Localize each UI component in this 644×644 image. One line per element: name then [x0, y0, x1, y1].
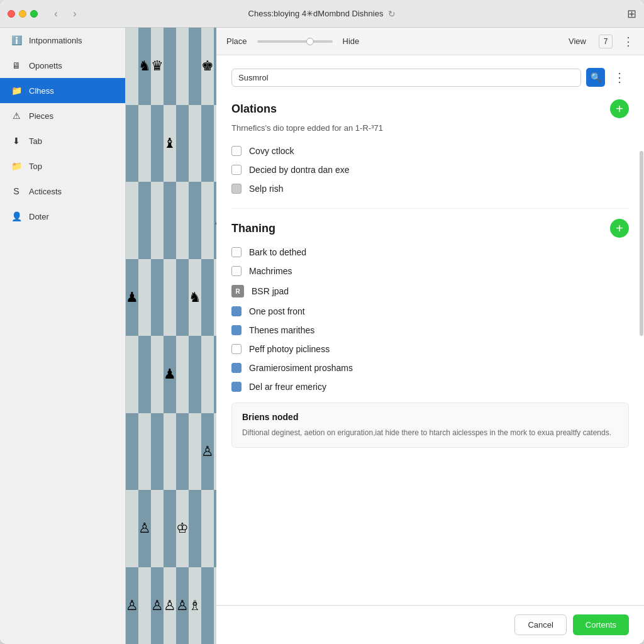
chess-cell-7-0[interactable]: ♙ [126, 567, 138, 645]
chess-cell-1-3[interactable]: ♝ [164, 105, 176, 182]
chess-cell-3-5[interactable]: ♞ [189, 259, 201, 336]
chess-cell-6-3[interactable] [164, 490, 176, 567]
thaning-add-button[interactable]: + [610, 219, 629, 238]
chess-cell-7-4[interactable]: ♙ [176, 567, 189, 645]
chess-cell-4-2[interactable] [151, 336, 164, 413]
chess-cell-2-3[interactable] [164, 182, 176, 259]
chess-cell-1-5[interactable] [189, 105, 201, 182]
sidebar-item-intponmationls[interactable]: ℹ️Intponmationls [0, 28, 125, 53]
chess-cell-3-1[interactable] [138, 259, 151, 336]
chess-cell-0-5[interactable] [189, 28, 201, 105]
chess-cell-2-6[interactable] [201, 182, 214, 259]
chess-cell-5-1[interactable] [138, 413, 151, 491]
chess-cell-2-1[interactable] [138, 182, 151, 259]
olations-items-checkbox-2[interactable] [231, 184, 242, 194]
chess-cell-5-5[interactable] [189, 413, 201, 491]
chess-cell-1-2[interactable] [151, 105, 164, 182]
thaning-items-checkbox-3[interactable] [231, 306, 242, 316]
chess-cell-4-6[interactable] [201, 336, 214, 413]
search-options-button[interactable]: ⋮ [610, 68, 629, 87]
chess-cell-3-3[interactable] [164, 259, 176, 336]
chess-cell-4-3[interactable]: ♟ [164, 336, 176, 413]
thaning-items-item-5[interactable]: Peff photoy picliness [231, 340, 629, 358]
primary-button[interactable]: Cortents [573, 614, 629, 635]
chess-cell-1-1[interactable] [138, 105, 151, 182]
chess-cell-7-6[interactable] [201, 567, 214, 645]
toolbar-view-number[interactable]: 7 [599, 35, 613, 48]
olations-items-item-0[interactable]: Covy ctlock [231, 142, 629, 160]
chess-cell-0-2[interactable]: ♛ [151, 28, 164, 105]
refresh-button[interactable]: ↻ [388, 9, 396, 19]
sidebar-item-top[interactable]: 📁Top [0, 153, 125, 179]
chess-cell-6-1[interactable]: ♙ [138, 490, 151, 567]
close-button[interactable] [8, 10, 15, 18]
toolbar-hide[interactable]: Hide [343, 36, 360, 46]
chess-cell-2-5[interactable] [189, 182, 201, 259]
slider-thumb[interactable] [306, 38, 314, 45]
chess-cell-5-3[interactable] [164, 413, 176, 491]
chess-cell-3-6[interactable] [201, 259, 214, 336]
thaning-items-checkbox-5[interactable] [231, 344, 242, 354]
chess-cell-0-0[interactable] [126, 28, 138, 105]
chess-cell-5-2[interactable] [151, 413, 164, 491]
chess-cell-5-4[interactable] [176, 413, 189, 491]
chess-cell-1-6[interactable] [201, 105, 214, 182]
chess-cell-4-1[interactable] [138, 336, 151, 413]
thaning-items-item-3[interactable]: One post front [231, 302, 629, 321]
olations-items-item-1[interactable]: Decied by dontra dan exe [231, 160, 629, 179]
chess-cell-3-4[interactable] [176, 259, 189, 336]
sidebar-item-doter[interactable]: 👤Doter [0, 204, 125, 229]
sidebar-item-tab[interactable]: ⬇Tab [0, 128, 125, 153]
back-button[interactable]: ‹ [48, 6, 64, 22]
thaning-items-item-7[interactable]: Del ar freur emericy [231, 377, 629, 396]
chess-cell-0-6[interactable]: ♚ [201, 28, 214, 105]
chess-cell-5-6[interactable]: ♙ [201, 413, 214, 491]
chess-cell-6-4[interactable]: ♔ [176, 490, 189, 567]
thaning-items-checkbox-4[interactable] [231, 325, 242, 335]
thaning-items-item-1[interactable]: Machrimes [231, 262, 629, 280]
olations-add-button[interactable]: + [610, 99, 629, 118]
forward-button[interactable]: › [67, 6, 83, 22]
grid-icon[interactable]: ⊞ [627, 7, 636, 21]
minimize-button[interactable] [19, 10, 26, 18]
chess-cell-7-1[interactable] [138, 567, 151, 645]
chess-cell-7-3[interactable]: ♙ [164, 567, 176, 645]
chess-cell-0-4[interactable] [176, 28, 189, 105]
sidebar-item-oponetts[interactable]: 🖥Oponetts [0, 53, 125, 78]
search-button[interactable]: 🔍 [586, 68, 605, 87]
chess-cell-6-0[interactable] [126, 490, 138, 567]
olations-items-checkbox-0[interactable] [231, 146, 242, 156]
chess-cell-1-0[interactable] [126, 105, 138, 182]
toolbar-more-options[interactable]: ⋮ [623, 35, 634, 48]
sidebar-item-pieces[interactable]: ⚠Pieces [0, 103, 125, 128]
maximize-button[interactable] [30, 10, 38, 18]
chess-cell-6-5[interactable] [189, 490, 201, 567]
thaning-items-item-0[interactable]: Bark to dethed [231, 243, 629, 262]
chess-cell-6-6[interactable] [201, 490, 214, 567]
chess-cell-6-2[interactable] [151, 490, 164, 567]
sidebar-item-chess[interactable]: 📁Clhess [0, 78, 125, 103]
chess-cell-3-0[interactable]: ♟ [126, 259, 138, 336]
search-input[interactable] [238, 73, 574, 82]
chess-cell-7-5[interactable]: ♗ [189, 567, 201, 645]
chess-cell-4-0[interactable] [126, 336, 138, 413]
chess-cell-2-2[interactable] [151, 182, 164, 259]
thaning-items-item-4[interactable]: Thenes marithes [231, 321, 629, 340]
cancel-button[interactable]: Cancel [514, 614, 566, 635]
chess-cell-2-4[interactable] [176, 182, 189, 259]
toolbar-place[interactable]: Place [226, 36, 247, 46]
thaning-items-item-6[interactable]: Gramierosiment proshams [231, 358, 629, 377]
scrollbar-thumb[interactable] [640, 151, 643, 336]
thaning-items-checkbox-0[interactable] [231, 247, 242, 257]
chess-cell-4-4[interactable] [176, 336, 189, 413]
thaning-items-checkbox-1[interactable] [231, 266, 242, 276]
chess-cell-3-2[interactable] [151, 259, 164, 336]
olations-items-item-2[interactable]: Selp rish [231, 179, 629, 198]
chess-cell-0-3[interactable] [164, 28, 176, 105]
chess-cell-7-2[interactable]: ♙ [151, 567, 164, 645]
chess-cell-0-1[interactable]: ♞ [138, 28, 151, 105]
chess-cell-5-0[interactable] [126, 413, 138, 491]
toolbar-slider[interactable] [257, 40, 333, 43]
chess-cell-2-0[interactable] [126, 182, 138, 259]
chess-cell-1-4[interactable] [176, 105, 189, 182]
